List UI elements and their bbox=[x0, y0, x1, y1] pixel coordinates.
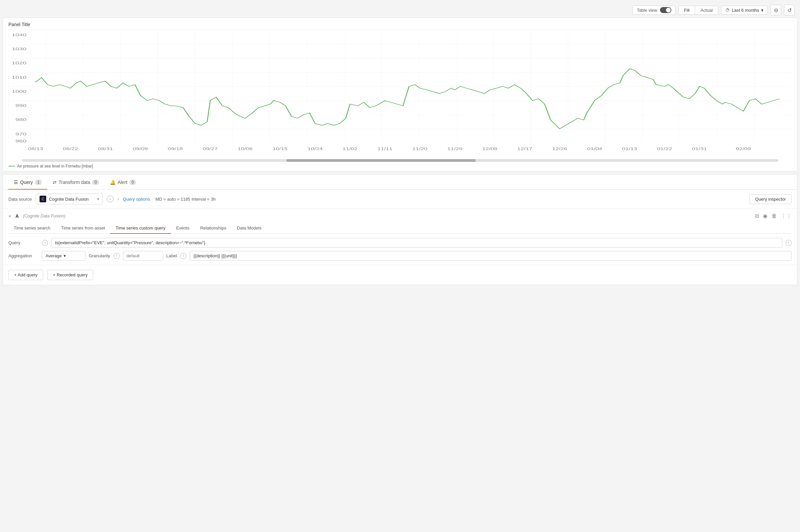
aggregation-chevron-icon: ▾ bbox=[64, 253, 66, 258]
add-query-button[interactable]: + Add query bbox=[8, 270, 43, 280]
sub-tab-events[interactable]: Events bbox=[171, 223, 195, 234]
svg-text:11/29: 11/29 bbox=[447, 147, 462, 151]
datasource-label: Data source bbox=[8, 197, 32, 202]
svg-text:1040: 1040 bbox=[12, 33, 26, 37]
fill-actual-group: Fill Actual bbox=[679, 6, 719, 15]
chart-scrollbar[interactable] bbox=[22, 159, 778, 162]
svg-text:10/15: 10/15 bbox=[273, 147, 288, 151]
sub-tab-relationships-label: Relationships bbox=[200, 226, 226, 230]
copy-query-icon[interactable]: ⧉ bbox=[755, 213, 759, 219]
alert-tab-badge: 0 bbox=[129, 179, 136, 185]
query-fields: Query i i Aggregation Average ▾ Granular… bbox=[8, 238, 792, 261]
svg-text:10/24: 10/24 bbox=[307, 147, 323, 151]
panel-title: Panel Title bbox=[8, 22, 792, 27]
svg-text:970: 970 bbox=[15, 132, 26, 136]
query-collapse-icon[interactable]: ∨ bbox=[8, 214, 12, 218]
query-field-input[interactable] bbox=[51, 238, 782, 248]
datasource-chevron-icon: ▾ bbox=[97, 197, 99, 201]
svg-text:08/31: 08/31 bbox=[98, 147, 113, 151]
sub-tab-data-models[interactable]: Data Models bbox=[231, 223, 267, 234]
svg-text:980: 980 bbox=[15, 118, 26, 122]
legend-line-color bbox=[8, 166, 15, 167]
delete-query-icon[interactable]: 🗑 bbox=[772, 213, 777, 219]
query-tabs-bar: ☰ Query 1 ⇄ Transform data 0 🔔 Alert 0 bbox=[3, 174, 797, 190]
datasource-row: Data source C Cognite Data Fusion ▾ i › … bbox=[3, 190, 797, 209]
svg-text:08/13: 08/13 bbox=[28, 147, 43, 151]
query-tab-label: Query bbox=[20, 179, 33, 185]
svg-text:11/11: 11/11 bbox=[378, 147, 393, 151]
query-field-label: Query bbox=[8, 240, 39, 245]
datasource-select[interactable]: C Cognite Data Fusion ▾ bbox=[36, 194, 103, 204]
svg-text:09/27: 09/27 bbox=[203, 147, 218, 151]
datasource-info-icon[interactable]: i bbox=[107, 196, 114, 202]
query-field-row: Query i i bbox=[8, 238, 792, 248]
svg-text:1010: 1010 bbox=[12, 75, 26, 79]
query-block-header: ∨ A (Cognite Data Fusion) ⧉ ◉ 🗑 ⋮⋮ bbox=[8, 213, 792, 219]
sub-tabs: Time series search Time series from asse… bbox=[8, 223, 792, 234]
chart-legend: Air pressure at sea level in Fornebu [mb… bbox=[8, 164, 792, 169]
label-field-label: Label bbox=[167, 253, 177, 258]
aggregation-select[interactable]: Average ▾ bbox=[42, 251, 85, 261]
zoom-out-button[interactable]: ⊖ bbox=[770, 5, 781, 15]
datasource-name: Cognite Data Fusion bbox=[49, 197, 94, 202]
sub-tab-ts-asset-label: Time series from asset bbox=[61, 226, 105, 230]
svg-text:10/06: 10/06 bbox=[237, 147, 253, 151]
sub-tab-ts-custom-label: Time series custom query bbox=[116, 226, 165, 230]
svg-text:12/26: 12/26 bbox=[552, 147, 567, 151]
time-range-button[interactable]: ⏱ Last 6 months ▾ bbox=[721, 6, 768, 15]
svg-text:12/17: 12/17 bbox=[517, 147, 532, 151]
query-block-actions: ⧉ ◉ 🗑 ⋮⋮ bbox=[755, 213, 792, 219]
scrollbar-thumb[interactable] bbox=[286, 159, 476, 162]
granularity-input[interactable] bbox=[123, 251, 163, 261]
toggle-visibility-icon[interactable]: ◉ bbox=[763, 213, 767, 219]
sub-tab-events-label: Events bbox=[176, 226, 190, 230]
alert-tab-label: Alert bbox=[118, 179, 127, 185]
granularity-label: Granularity bbox=[89, 253, 110, 258]
actual-button[interactable]: Actual bbox=[695, 6, 718, 14]
tab-query[interactable]: ☰ Query 1 bbox=[8, 175, 47, 190]
svg-text:990: 990 bbox=[15, 103, 26, 108]
chart-container: 1040 1030 1020 1010 1000 990 980 970 960… bbox=[8, 30, 792, 157]
sub-tab-ts-asset[interactable]: Time series from asset bbox=[56, 223, 110, 234]
granularity-info-icon[interactable]: i bbox=[114, 253, 120, 259]
query-field-right-info-icon[interactable]: i bbox=[786, 240, 792, 246]
sub-tab-ts-custom[interactable]: Time series custom query bbox=[110, 223, 171, 234]
datasource-icon: C bbox=[40, 196, 46, 202]
transform-tab-icon: ⇄ bbox=[53, 179, 57, 185]
refresh-button[interactable]: ↺ bbox=[784, 5, 795, 15]
svg-text:02/09: 02/09 bbox=[736, 147, 751, 151]
main-container: Table view Fill Actual ⏱ Last 6 months ▾… bbox=[0, 0, 800, 532]
aggregation-label: Aggregation bbox=[8, 253, 39, 258]
svg-text:11/20: 11/20 bbox=[413, 147, 427, 151]
sub-tab-relationships[interactable]: Relationships bbox=[195, 223, 231, 234]
query-inspector-button[interactable]: Query inspector bbox=[749, 194, 792, 204]
svg-text:11/02: 11/02 bbox=[342, 147, 358, 151]
query-block-a: ∨ A (Cognite Data Fusion) ⧉ ◉ 🗑 ⋮⋮ Time … bbox=[3, 209, 797, 265]
tab-alert[interactable]: 🔔 Alert 0 bbox=[104, 175, 141, 190]
toggle-switch[interactable] bbox=[660, 7, 671, 13]
table-view-toggle[interactable]: Table view bbox=[632, 5, 676, 15]
time-range-icon: ⏱ bbox=[725, 8, 730, 13]
datasource-icon-text: C bbox=[41, 197, 44, 201]
transform-tab-label: Transform data bbox=[59, 179, 90, 185]
svg-text:01/22: 01/22 bbox=[657, 147, 672, 151]
more-options-icon[interactable]: ⋮⋮ bbox=[781, 213, 792, 219]
query-options-link[interactable]: Query options bbox=[123, 197, 150, 202]
label-field-info-icon[interactable]: i bbox=[180, 253, 186, 259]
chevron-down-icon: ▾ bbox=[761, 8, 763, 13]
query-options-meta: MD = auto = 1185 Interval = 3h bbox=[155, 197, 216, 202]
sub-tab-ts-search[interactable]: Time series search bbox=[8, 223, 56, 234]
recorded-query-button[interactable]: + Recorded query bbox=[47, 270, 93, 280]
label-field-input[interactable] bbox=[190, 251, 792, 261]
svg-text:01/31: 01/31 bbox=[692, 147, 707, 151]
bottom-actions: + Add query + Recorded query bbox=[3, 265, 797, 285]
chart-panel: Panel Title 1040 1030 1020 1010 1000 990… bbox=[3, 17, 797, 172]
query-editor: ☰ Query 1 ⇄ Transform data 0 🔔 Alert 0 D… bbox=[3, 174, 797, 285]
fill-button[interactable]: Fill bbox=[679, 6, 695, 14]
tab-transform[interactable]: ⇄ Transform data 0 bbox=[47, 175, 104, 190]
svg-text:960: 960 bbox=[15, 139, 26, 143]
transform-tab-badge: 0 bbox=[92, 179, 99, 185]
query-field-info-icon[interactable]: i bbox=[42, 240, 48, 246]
top-toolbar: Table view Fill Actual ⏱ Last 6 months ▾… bbox=[3, 3, 797, 17]
svg-text:01/04: 01/04 bbox=[587, 147, 602, 151]
